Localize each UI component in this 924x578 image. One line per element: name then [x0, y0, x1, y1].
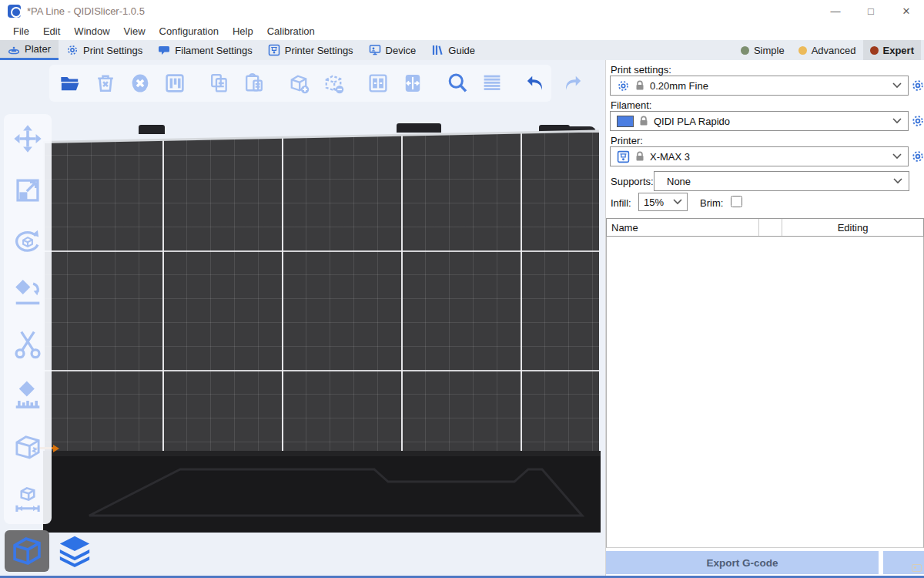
move-icon — [12, 123, 43, 154]
paint-supports-button[interactable] — [11, 379, 45, 413]
delete-button[interactable] — [93, 71, 118, 96]
search-button[interactable] — [445, 71, 470, 96]
variable-layer-height-button[interactable] — [480, 71, 504, 96]
remove-instance-button[interactable] — [321, 71, 346, 96]
arrange-button[interactable] — [162, 71, 187, 96]
chevron-down-icon — [892, 82, 902, 89]
filament-color-swatch — [617, 116, 634, 127]
gear-icon — [911, 79, 924, 92]
supports-label: Supports: — [611, 176, 654, 187]
object-list[interactable] — [606, 237, 924, 548]
menu-item-edit[interactable]: Edit — [36, 25, 67, 37]
paint-supports-icon — [12, 381, 43, 412]
menu-item-file[interactable]: File — [6, 25, 36, 37]
tab-print-settings[interactable]: Print Settings — [59, 40, 150, 60]
paste-icon — [243, 72, 266, 95]
menu-item-help[interactable]: Help — [226, 25, 260, 37]
lock-icon — [635, 151, 644, 162]
plater-icon — [8, 43, 20, 55]
chevron-down-icon — [892, 118, 902, 124]
bed-handle-outline — [43, 451, 601, 533]
folder-open-icon — [59, 72, 82, 95]
close-button[interactable]: ✕ — [889, 0, 924, 22]
preview-view-toggle[interactable] — [52, 530, 97, 572]
move-button[interactable] — [11, 122, 45, 156]
tab-label: Device — [386, 45, 417, 56]
rotate-button[interactable] — [11, 225, 45, 259]
open-file-button[interactable] — [59, 71, 83, 96]
menu-item-calibration[interactable]: Calibration — [260, 25, 322, 37]
infill-select[interactable]: 15% — [638, 193, 688, 211]
menu-item-window[interactable]: Window — [67, 25, 116, 37]
copy-button[interactable] — [207, 71, 232, 96]
undo-button[interactable] — [524, 71, 549, 96]
tab-plater[interactable]: Plater — [0, 40, 59, 60]
split-objects-button[interactable] — [366, 71, 390, 96]
infill-value: 15% — [644, 197, 668, 208]
delete-all-icon — [129, 72, 152, 95]
tab-label: Printer Settings — [285, 45, 353, 56]
chevron-down-icon — [892, 153, 902, 160]
printer-select[interactable]: X-MAX 3 — [610, 146, 909, 166]
tab-device[interactable]: Device — [361, 40, 424, 60]
mode-label: Expert — [883, 45, 914, 56]
print-settings-value: 0.20mm Fine — [650, 80, 887, 92]
printer-value: X-MAX 3 — [650, 151, 887, 163]
simple-mode-dot-icon — [741, 46, 749, 55]
mode-expert[interactable]: Expert — [863, 40, 921, 60]
printer-icon — [617, 150, 630, 163]
mode-simple[interactable]: Simple — [734, 40, 792, 60]
split-parts-button[interactable] — [400, 71, 425, 96]
column-header-name: Name — [607, 219, 759, 236]
supports-value: None — [667, 176, 888, 187]
filament-gear-button[interactable] — [911, 114, 924, 128]
remove-instance-icon — [322, 72, 345, 95]
print-settings-select[interactable]: 0.20mm Fine — [610, 76, 909, 96]
expert-mode-dot-icon — [870, 46, 879, 55]
export-options-button[interactable] — [883, 551, 924, 574]
redo-button[interactable] — [559, 71, 584, 96]
editor-view-toggle[interactable] — [5, 530, 49, 572]
minimize-button[interactable]: — — [818, 0, 853, 22]
print-bed-surface[interactable] — [43, 131, 599, 452]
undo-icon — [525, 72, 548, 95]
mode-advanced[interactable]: Advanced — [792, 40, 863, 60]
filament-select[interactable]: QIDI PLA Rapido — [610, 111, 909, 131]
3d-viewport[interactable] — [0, 60, 605, 578]
title-bar: *PA Line - QIDISlicer-1.0.5 — □ ✕ — [0, 0, 924, 22]
tab-filament-settings[interactable]: Filament Settings — [150, 40, 259, 60]
add-instance-icon — [287, 72, 310, 95]
lock-icon — [635, 80, 644, 91]
column-header-extruder — [759, 219, 782, 236]
tab-guide[interactable]: Guide — [424, 40, 483, 60]
add-instance-button[interactable] — [286, 71, 311, 96]
print-bed-front — [43, 451, 601, 533]
place-on-face-button[interactable] — [11, 277, 45, 311]
print-settings-gear-button[interactable] — [911, 79, 924, 92]
paste-button[interactable] — [242, 71, 266, 96]
menu-bar: File Edit Window View Configuration Help… — [0, 22, 924, 40]
delete-all-button[interactable] — [128, 71, 152, 96]
column-header-editing: Editing — [782, 219, 923, 236]
gear-icon — [911, 150, 924, 163]
tab-printer-settings[interactable]: Printer Settings — [260, 40, 361, 60]
menu-item-configuration[interactable]: Configuration — [152, 25, 226, 37]
supports-select[interactable]: None — [654, 171, 909, 191]
cut-button[interactable] — [11, 328, 45, 361]
split-objects-icon — [367, 72, 390, 95]
seam-painting-button[interactable] — [11, 431, 45, 465]
tab-label: Plater — [25, 43, 51, 55]
printer-gear-button[interactable] — [911, 150, 924, 163]
scale-button[interactable] — [11, 173, 45, 207]
filament-icon — [158, 44, 170, 56]
split-parts-icon — [401, 72, 424, 95]
guide-books-icon — [431, 44, 444, 56]
gear-icon — [617, 79, 630, 92]
export-gcode-button[interactable]: Export G-code — [606, 551, 879, 574]
brim-checkbox[interactable] — [731, 196, 742, 207]
maximize-button[interactable]: □ — [853, 0, 889, 22]
measure-button[interactable] — [11, 482, 45, 516]
layer-height-icon — [480, 72, 504, 95]
menu-item-view[interactable]: View — [117, 25, 152, 37]
bed-clip — [397, 123, 441, 133]
